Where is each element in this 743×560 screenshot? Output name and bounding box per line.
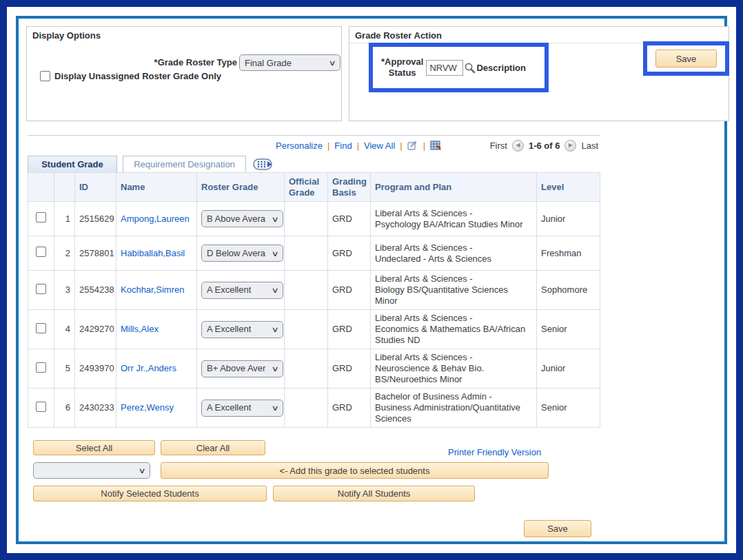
chevron-down-icon: ∨ [328,59,336,68]
program-plan-cell: Liberal Arts & Sciences - Neuroscience &… [371,349,537,388]
student-name-link[interactable]: Kochhar,Simren [121,284,185,295]
student-id: 2429270 [75,310,116,349]
popup-window-icon[interactable] [407,141,418,150]
grading-basis-cell: GRD [328,310,371,349]
tab-student-grade[interactable]: Student Grade [28,156,117,172]
download-spreadsheet-icon[interactable] [430,141,442,151]
level-cell: Junior [537,349,600,388]
header-id: ID [75,173,116,202]
table-row: 3 2554238 Kochhar,Simren A Excellent ∨ G… [28,271,600,310]
grade-roster-type-select[interactable]: Final Grade ∨ [239,54,340,71]
roster-grade-value: A Excellent [207,402,251,413]
approval-status-highlight: *Approval Status NRVW Description [369,43,549,92]
roster-grade-value: A Excellent [207,324,251,335]
save-button-top[interactable]: Save [655,50,717,68]
chevron-down-icon: ∨ [271,214,278,225]
program-plan-cell: Liberal Arts & Sciences - Psychology BA/… [371,202,537,236]
student-grade-grid: Personalize | Find | View All | [28,135,600,428]
grid-toolbar: Personalize | Find | View All | [28,135,600,154]
chevron-down-icon: ∨ [271,324,278,335]
lookup-magnifier-icon[interactable] [464,62,476,74]
pager-first[interactable]: First [490,141,507,151]
official-grade-cell [285,202,328,236]
official-grade-cell [285,236,328,271]
row-number: 1 [54,202,75,236]
add-grade-button[interactable]: <- Add this grade to selected students [161,462,549,479]
notify-selected-button[interactable]: Notify Selected Students [33,486,267,501]
pager-next-icon[interactable]: ▶ [564,140,576,152]
chevron-down-icon: ∨ [271,363,278,374]
approval-status-label: *Approval Status [381,56,423,79]
save-button-bottom[interactable]: Save [524,520,591,537]
row-select-checkbox[interactable] [36,402,46,412]
student-name-link[interactable]: Mills,Alex [121,324,159,334]
pager-prev-icon[interactable]: ◀ [512,140,524,152]
table-row: 4 2429270 Mills,Alex A Excellent ∨ GRD L… [28,310,600,349]
pager-last[interactable]: Last [581,141,598,151]
clear-all-button[interactable]: Clear All [161,440,265,455]
student-id: 2493970 [75,349,116,388]
official-grade-cell [285,349,328,388]
approval-status-input[interactable]: NRVW [426,60,463,76]
roster-grade-select[interactable]: B Above Avera ∨ [201,210,283,227]
show-all-columns-icon[interactable] [253,158,274,170]
notify-all-button[interactable]: Notify All Students [273,486,475,501]
content-frame: Display Options *Grade Roster Type Final… [16,16,727,544]
roster-grade-value: B Above Avera [207,214,265,225]
pager-range: 1-6 of 6 [529,141,560,151]
table-row: 6 2430233 Perez,Wensy A Excellent ∨ GRD … [28,388,600,428]
level-cell: Freshman [537,236,600,271]
chevron-down-icon: ∨ [138,466,145,475]
student-id: 2430233 [75,388,116,428]
official-grade-cell [285,271,328,310]
row-select-checkbox[interactable] [36,323,46,333]
header-rownum [54,173,75,202]
student-name-link[interactable]: Habiballah,Basil [121,248,185,258]
personalize-link[interactable]: Personalize [276,141,323,151]
row-number: 2 [54,236,75,271]
row-select-checkbox[interactable] [36,284,46,294]
chevron-down-icon: ∨ [271,248,278,259]
student-name-link[interactable]: Ampong,Laureen [121,214,190,224]
grading-basis-cell: GRD [328,236,371,271]
row-number: 6 [54,388,75,428]
roster-grade-select[interactable]: A Excellent ∨ [201,321,283,338]
student-name-link[interactable]: Orr Jr.,Anders [121,363,176,373]
grading-basis-cell: GRD [328,202,371,236]
roster-grade-select[interactable]: D Below Avera ∨ [201,245,283,262]
level-cell: Junior [537,202,600,236]
row-select-checkbox[interactable] [36,247,46,257]
header-name: Name [116,173,197,202]
official-grade-cell [285,388,328,428]
display-unassigned-checkbox[interactable] [40,71,50,81]
grade-to-add-select[interactable]: ∨ [33,462,150,479]
header-select [28,173,54,202]
header-roster-grade: Roster Grade [197,173,285,202]
table-row: 5 2493970 Orr Jr.,Anders B+ Above Aver ∨… [28,349,600,388]
printer-friendly-link[interactable]: Printer Friendly Version [448,447,541,457]
student-name-link[interactable]: Perez,Wensy [121,402,174,413]
level-cell: Sophomore [537,271,600,310]
roster-grade-select[interactable]: A Excellent ∨ [201,282,283,299]
select-all-button[interactable]: Select All [33,440,155,455]
row-select-checkbox[interactable] [36,212,46,222]
student-id: 2554238 [75,271,116,310]
find-link[interactable]: Find [334,141,352,151]
page-frame: Display Options *Grade Roster Type Final… [0,0,743,560]
view-all-link[interactable]: View All [364,141,395,151]
roster-grade-value: D Below Avera [207,248,265,259]
display-options-group: Display Options *Grade Roster Type Final… [26,26,342,121]
description-link[interactable]: Description [476,63,526,73]
display-options-title: Display Options [27,27,341,43]
roster-grade-select[interactable]: B+ Above Aver ∨ [201,360,283,377]
table-row: 1 2515629 Ampong,Laureen B Above Avera ∨… [28,202,600,236]
tab-requirement-designation[interactable]: Requirement Designation [123,156,246,172]
grade-roster-type-label: *Grade Roster Type [154,57,237,68]
header-program: Program and Plan [371,173,537,202]
grade-roster-type-value: Final Grade [245,58,292,68]
grading-basis-cell: GRD [328,349,371,388]
frame-gap: Display Options *Grade Roster Type Final… [7,7,736,553]
roster-grade-select[interactable]: A Excellent ∨ [201,400,283,417]
row-select-checkbox[interactable] [36,362,46,373]
roster-grade-value: B+ Above Aver [207,363,265,374]
